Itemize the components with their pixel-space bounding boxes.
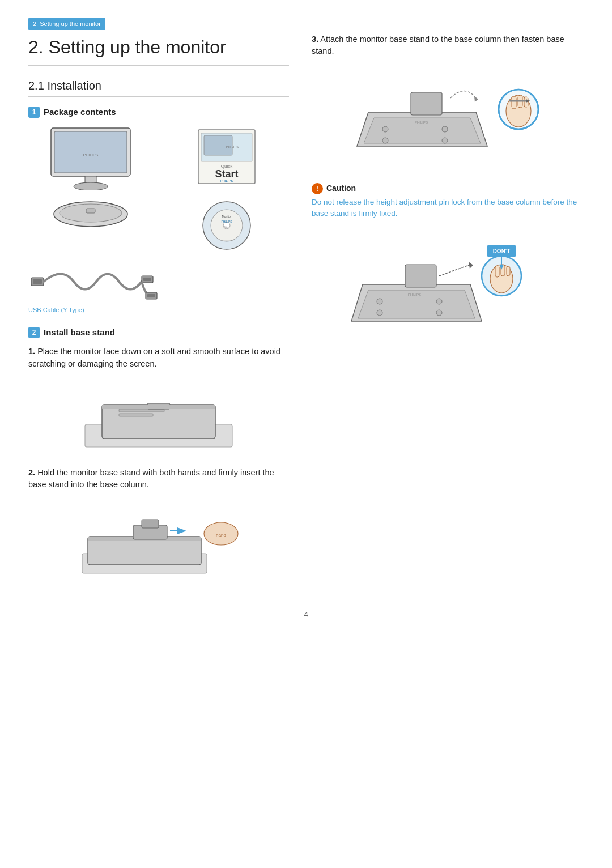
pkg-quickstart: PHILIPS Quick Start PHILIPS bbox=[164, 125, 289, 190]
svg-text:__________: __________ bbox=[220, 238, 233, 241]
base-icon bbox=[45, 197, 136, 231]
dont-illustration: PHILIPS DON'T bbox=[312, 233, 584, 347]
svg-text:PHILIPS: PHILIPS bbox=[83, 153, 99, 157]
step-2-illustration: hand bbox=[28, 497, 289, 582]
svg-rect-67 bbox=[495, 266, 499, 277]
caution-header: ! Caution bbox=[312, 182, 584, 194]
svg-rect-69 bbox=[507, 266, 510, 276]
step1-img bbox=[74, 376, 244, 456]
svg-text:PHILIPS: PHILIPS bbox=[226, 145, 239, 148]
usb-cable-icon bbox=[28, 261, 164, 303]
caution-text: Do not release the height adjustment pin… bbox=[312, 197, 584, 220]
badge-2: 2 bbox=[28, 327, 40, 338]
package-contents-label: Package contents bbox=[44, 106, 116, 119]
svg-text:hand: hand bbox=[216, 533, 226, 538]
svg-point-45 bbox=[382, 138, 388, 143]
svg-rect-32 bbox=[119, 414, 153, 416]
svg-rect-34 bbox=[102, 405, 215, 409]
step-2-text: 2. Hold the monitor base stand with both… bbox=[28, 467, 289, 492]
svg-text:PHILIPS: PHILIPS bbox=[408, 293, 421, 296]
svg-point-46 bbox=[442, 138, 448, 143]
svg-rect-1 bbox=[54, 131, 127, 173]
svg-point-3 bbox=[74, 182, 108, 190]
svg-rect-42 bbox=[411, 92, 442, 115]
svg-rect-2 bbox=[85, 176, 96, 183]
pkg-monitor: PHILIPS bbox=[28, 125, 153, 190]
svg-point-61 bbox=[436, 310, 442, 316]
pkg-base bbox=[28, 197, 153, 254]
svg-point-60 bbox=[377, 310, 382, 316]
step-3-text: 3. Attach the monitor base stand to the … bbox=[312, 33, 584, 58]
subsection-title: 2.1 Installation bbox=[28, 77, 289, 97]
breadcrumb: 2. Setting up the monitor bbox=[28, 18, 105, 30]
svg-text:Start: Start bbox=[215, 168, 238, 180]
badge-1: 1 bbox=[28, 107, 40, 118]
svg-rect-28 bbox=[147, 294, 155, 297]
pkg-usb-cable: USB Cable (Y Type) bbox=[28, 261, 289, 315]
left-column: 2. Setting up the monitor 2.1 Installati… bbox=[28, 33, 289, 593]
step-1: 1. Place the monitor face down on a soft… bbox=[28, 346, 289, 456]
svg-point-59 bbox=[436, 299, 442, 304]
svg-rect-24 bbox=[33, 279, 42, 284]
svg-point-44 bbox=[442, 126, 448, 132]
svg-marker-56 bbox=[474, 96, 478, 102]
svg-text:PHILIPS: PHILIPS bbox=[221, 220, 232, 223]
svg-point-43 bbox=[382, 126, 388, 132]
section-title: 2. Setting up the monitor bbox=[28, 33, 289, 66]
svg-point-58 bbox=[377, 299, 382, 304]
cd-icon: Monitor PHILIPS Driver __________ ______… bbox=[198, 197, 255, 254]
monitor-icon: PHILIPS bbox=[45, 125, 136, 190]
svg-rect-39 bbox=[142, 520, 159, 528]
svg-marker-64 bbox=[469, 262, 473, 269]
dont-img: PHILIPS DON'T bbox=[351, 233, 544, 347]
usb-cable-label: USB Cable (Y Type) bbox=[28, 305, 84, 315]
step-1-illustration bbox=[28, 376, 289, 456]
pkg-cd: Monitor PHILIPS Driver __________ ______… bbox=[164, 197, 289, 254]
quickstart-icon: PHILIPS Quick Start PHILIPS bbox=[190, 125, 264, 190]
package-contents-heading: 1 Package contents bbox=[28, 106, 289, 119]
step3-img: PHILIPS bbox=[351, 67, 544, 169]
svg-rect-51 bbox=[512, 96, 516, 109]
step-3-illustration: PHILIPS bbox=[312, 67, 584, 169]
svg-text:PHILIPS: PHILIPS bbox=[415, 121, 428, 124]
page-number: 4 bbox=[28, 609, 584, 620]
svg-rect-57 bbox=[405, 265, 436, 287]
svg-text:PHILIPS: PHILIPS bbox=[220, 179, 233, 182]
right-column: 3. Attach the monitor base stand to the … bbox=[312, 33, 584, 593]
svg-rect-26 bbox=[143, 278, 151, 281]
svg-text:DON'T: DON'T bbox=[493, 248, 511, 254]
package-grid: PHILIPS PHILIPS Quick Start PHIL bbox=[28, 125, 289, 315]
caution-label: Caution bbox=[326, 182, 356, 194]
svg-rect-31 bbox=[119, 409, 164, 412]
step2-img: hand bbox=[71, 497, 246, 582]
install-base-label: Install base stand bbox=[44, 326, 115, 339]
step-2: 2. Hold the monitor base stand with both… bbox=[28, 467, 289, 582]
svg-text:Monitor: Monitor bbox=[222, 215, 232, 218]
install-base-heading: 2 Install base stand bbox=[28, 326, 289, 339]
svg-text:__________: __________ bbox=[220, 235, 233, 237]
step-1-text: 1. Place the monitor face down on a soft… bbox=[28, 346, 289, 371]
caution-block: ! Caution Do not release the height adju… bbox=[312, 182, 584, 220]
svg-rect-14 bbox=[86, 209, 95, 213]
svg-line-63 bbox=[439, 265, 470, 276]
svg-text:Driver: Driver bbox=[224, 225, 230, 228]
caution-icon: ! bbox=[312, 183, 323, 194]
